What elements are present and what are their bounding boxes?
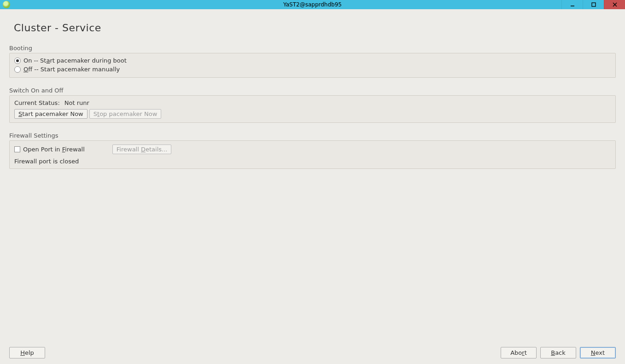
titlebar[interactable]: YaST2@sapprdhdb95 <box>0 0 625 9</box>
checkbox-icon <box>14 146 20 152</box>
open-port-checkbox[interactable]: Open Port in Firewall <box>14 145 85 154</box>
boot-on-label: On -- Start pacemaker during boot <box>23 57 127 64</box>
firewall-label: Firewall Settings <box>9 132 616 139</box>
minimize-button[interactable] <box>561 0 583 9</box>
status-value: Not runr <box>64 99 89 106</box>
boot-on-radio[interactable]: On -- Start pacemaker during boot <box>14 56 611 65</box>
maximize-button[interactable] <box>583 0 604 9</box>
abort-button[interactable]: Abort <box>501 347 537 358</box>
boot-off-label: Off -- Start pacemaker manually <box>23 66 120 73</box>
status-row: Current Status: Not runr <box>14 98 611 109</box>
maximize-icon <box>591 2 596 7</box>
next-button[interactable]: Next <box>580 347 616 358</box>
radio-icon <box>14 66 21 73</box>
page-title: Cluster - Service <box>14 22 616 34</box>
app-body: Cluster - Service Booting On -- Start pa… <box>0 9 625 364</box>
minimize-icon <box>570 2 575 7</box>
app-icon <box>3 1 10 8</box>
radio-icon <box>14 58 21 64</box>
footer: Help Abort Back Next <box>9 347 616 358</box>
stop-pacemaker-button: Stop pacemaker Now <box>89 109 162 119</box>
firewall-status: Firewall port is closed <box>14 155 611 165</box>
window-controls <box>561 0 625 9</box>
booting-group: On -- Start pacemaker during boot Off --… <box>9 53 616 78</box>
help-button[interactable]: Help <box>9 347 45 358</box>
firewall-group: Open Port in Firewall Firewall Details..… <box>9 140 616 169</box>
firewall-details-button: Firewall Details... <box>112 144 172 154</box>
window-title: YaST2@sapprdhdb95 <box>283 1 342 8</box>
open-port-label: Open Port in Firewall <box>23 146 85 153</box>
booting-label: Booting <box>9 45 616 52</box>
switch-label: Switch On and Off <box>9 87 616 94</box>
close-button[interactable] <box>604 0 625 9</box>
switch-group: Current Status: Not runr Start pacemaker… <box>9 95 616 123</box>
svg-rect-1 <box>592 3 596 6</box>
back-button[interactable]: Back <box>540 347 576 358</box>
close-icon <box>613 2 617 7</box>
status-label: Current Status: <box>14 99 60 106</box>
start-pacemaker-button[interactable]: Start pacemaker Now <box>14 109 88 119</box>
boot-off-radio[interactable]: Off -- Start pacemaker manually <box>14 65 611 74</box>
